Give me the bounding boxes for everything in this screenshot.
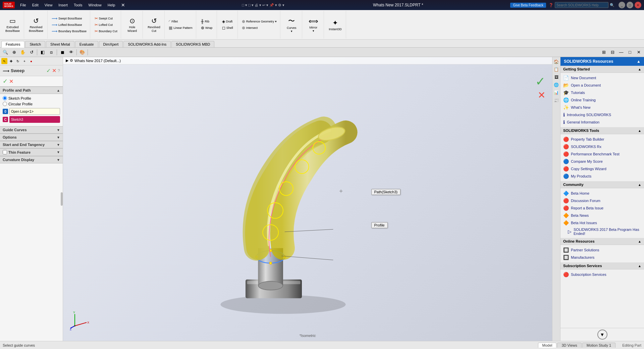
close-viewport-button[interactable]: ✕ xyxy=(635,49,643,56)
display-style-button[interactable]: ◼ xyxy=(58,49,66,56)
right-icon-clipboard[interactable]: 📋 xyxy=(553,66,560,73)
partner-solutions-link[interactable]: 🔲 Partner Solutions xyxy=(563,246,641,254)
right-icon-home[interactable]: 🏠 xyxy=(553,58,560,65)
new-document-link[interactable]: 📄 New Document xyxy=(563,74,641,82)
beta-news-link[interactable]: 🔶 Beta News xyxy=(563,212,641,219)
zoom-tool-button[interactable]: + xyxy=(21,58,28,64)
right-panel-collapse-button[interactable]: ▲ xyxy=(637,59,641,64)
arrow-tool-button[interactable]: ↖ xyxy=(1,58,7,64)
discussion-forum-link[interactable]: 🔴 Discussion Forum xyxy=(563,197,641,204)
menu-window[interactable]: Window xyxy=(86,2,104,8)
menu-view[interactable]: View xyxy=(42,2,55,8)
property-tab-builder-link[interactable]: 🔴 Property Tab Builder xyxy=(563,136,641,143)
online-training-link[interactable]: 🌐 Online Training xyxy=(563,96,641,104)
reference-geometry-button[interactable]: ⊕ Reference Geometry ▾ xyxy=(240,18,278,24)
introducing-sw-link[interactable]: ℹ Introducing SOLIDWORKS xyxy=(563,111,641,118)
menu-tools[interactable]: Tools xyxy=(71,2,85,8)
draft-button[interactable]: ◈ Draft xyxy=(221,18,234,24)
wrap-button[interactable]: ⊛ Wrap xyxy=(200,25,214,31)
intersect-button[interactable]: ⊗ Intersect xyxy=(240,25,278,31)
revolved-cut-button[interactable]: ↺ RevolvedCut xyxy=(146,15,162,35)
lofted-boss-button[interactable]: ⟿ Lofted Boss/Base xyxy=(50,22,88,28)
maximize-button[interactable]: □ xyxy=(627,2,633,8)
cancel-x-button[interactable]: ✕ xyxy=(9,78,13,85)
sketch-profile-option[interactable]: Sketch Profile xyxy=(3,96,60,100)
viewport[interactable]: ▶ ⚙ Whats New 2017 (Default...) xyxy=(63,57,552,341)
scroll-down-button[interactable]: ▼ xyxy=(597,330,607,340)
right-icon-image[interactable]: 🖼 xyxy=(553,74,560,81)
tangency-section-header[interactable]: Start and End Tangency ▼ xyxy=(0,141,63,148)
tab-addins[interactable]: SOLIDWORKS Add-Ins xyxy=(123,41,171,47)
sw-beta-ended-link[interactable]: ▷ SOLIDWORKS 2017 Beta Program Has Ended… xyxy=(563,227,641,237)
community-header[interactable]: Community ▲ xyxy=(560,181,644,188)
tab-features[interactable]: Features xyxy=(1,41,24,48)
hole-wizard-button[interactable]: ⊙ HoleWizard xyxy=(124,15,141,35)
move-tool-button[interactable]: ✚ xyxy=(8,58,14,64)
beta-hot-issues-link[interactable]: 🔶 Beta Hot Issues xyxy=(563,219,641,227)
right-icon-news[interactable]: 📰 xyxy=(553,97,560,104)
compare-score-link[interactable]: 🔵 Compare My Score xyxy=(563,158,641,165)
general-info-link[interactable]: ℹ General Information xyxy=(563,118,641,126)
tab-dimxpert[interactable]: DimXpert xyxy=(99,41,123,47)
status-tab-3dviews[interactable]: 3D Views xyxy=(557,343,581,348)
path-input[interactable] xyxy=(9,116,60,123)
fillet-button[interactable]: ◜ Fillet xyxy=(167,18,194,24)
section-view-button[interactable]: ◧ xyxy=(39,49,47,56)
open-document-link[interactable]: 📂 Open a Document xyxy=(563,82,641,89)
beta-feedback-button[interactable]: Give Beta Feedback xyxy=(510,3,546,8)
minimize-button[interactable]: _ xyxy=(619,2,625,8)
color-tool-button[interactable]: ● xyxy=(28,58,34,64)
expand-button[interactable]: ⊞ xyxy=(600,49,608,56)
breadcrumb[interactable]: ▶ ⚙ Whats New 2017 (Default...) xyxy=(66,58,121,63)
sweep-ok-button[interactable]: ✓ xyxy=(46,67,51,74)
panel-resize-handle[interactable] xyxy=(61,192,63,206)
linear-pattern-button[interactable]: ▦ Linear Pattern xyxy=(167,25,194,31)
options-section-header[interactable]: Options ▼ xyxy=(0,134,63,141)
rotate-tool-button[interactable]: ↻ xyxy=(15,58,21,64)
performance-benchmark-link[interactable]: 🔴 Performance Benchmark Test xyxy=(563,150,641,158)
tab-mbd[interactable]: SOLIDWORKS MBD xyxy=(171,41,214,47)
guide-curves-section-header[interactable]: Guide Curves ▼ xyxy=(0,126,63,134)
appearance-button[interactable]: 🎨 xyxy=(78,49,86,56)
search-input[interactable] xyxy=(555,2,608,8)
zoom-to-fit-button[interactable]: 🔍 xyxy=(1,49,9,56)
zoom-to-selection-button[interactable]: ⊕ xyxy=(10,49,18,56)
status-tab-motion[interactable]: Motion Study 1 xyxy=(582,343,615,348)
mirror-dropdown[interactable]: ▾ xyxy=(313,29,314,33)
boundary-boss-button[interactable]: ⟿ Boundary Boss/Base xyxy=(50,28,88,34)
subscription-services-link[interactable]: 🔴 Subscription Services xyxy=(563,271,641,278)
extruded-boss-button[interactable]: ▭ ExtrudedBoss/Base xyxy=(3,15,22,35)
close-button[interactable]: × xyxy=(635,2,641,8)
profile-input[interactable] xyxy=(9,108,60,115)
tab-sheet-metal[interactable]: Sheet Metal xyxy=(46,41,74,47)
close-menu-btn[interactable]: ✕ xyxy=(121,2,125,8)
thin-feature-section-header[interactable]: Thin Feature ▼ xyxy=(0,148,63,156)
rib-button[interactable]: ╫ Rib xyxy=(200,18,214,24)
rotate-button[interactable]: ↺ xyxy=(28,49,36,56)
hide-show-button[interactable]: 👁 xyxy=(67,49,75,56)
swept-cut-button[interactable]: ✂ Swept Cut xyxy=(93,15,119,21)
curves-dropdown[interactable]: ▾ xyxy=(291,30,292,33)
manufacturers-link[interactable]: 🔲 Manufacturers xyxy=(563,254,641,261)
whats-new-link[interactable]: ✨ What's New xyxy=(563,104,641,111)
view-orientation-button[interactable]: ⧈ xyxy=(47,49,55,56)
minimize-viewport-button[interactable]: — xyxy=(617,49,625,56)
shell-button[interactable]: ◻ Shell xyxy=(221,25,234,31)
menu-insert[interactable]: Insert xyxy=(56,2,70,8)
curves-button[interactable]: 〜 Curves ▾ xyxy=(283,15,300,35)
mirror-button[interactable]: ⟺ Mirror ▾ xyxy=(305,15,322,35)
subscription-header[interactable]: Subscription Services ▲ xyxy=(560,262,644,269)
beta-home-link[interactable]: 🔷 Beta Home xyxy=(563,190,641,197)
tutorials-link[interactable]: 🎓 Tutorials xyxy=(563,89,641,96)
maximize-viewport-button[interactable]: □ xyxy=(626,49,634,56)
sw-tools-header[interactable]: SOLIDWORKS Tools ▲ xyxy=(560,127,644,134)
ok-checkmark-button[interactable]: ✓ xyxy=(3,78,8,85)
online-resources-header[interactable]: Online Resources ▲ xyxy=(560,238,644,245)
lofted-cut-button[interactable]: ✂ Lofted Cut xyxy=(93,22,119,28)
right-icon-web[interactable]: 🌐 xyxy=(553,82,560,88)
thin-feature-checkbox[interactable] xyxy=(3,150,7,154)
menu-help[interactable]: Help xyxy=(105,2,118,8)
two-pane-button[interactable]: ⊟ xyxy=(608,49,616,56)
my-products-link[interactable]: 🔵 My Products xyxy=(563,172,641,180)
instant3d-button[interactable]: ✦ Instant3D xyxy=(327,15,344,35)
